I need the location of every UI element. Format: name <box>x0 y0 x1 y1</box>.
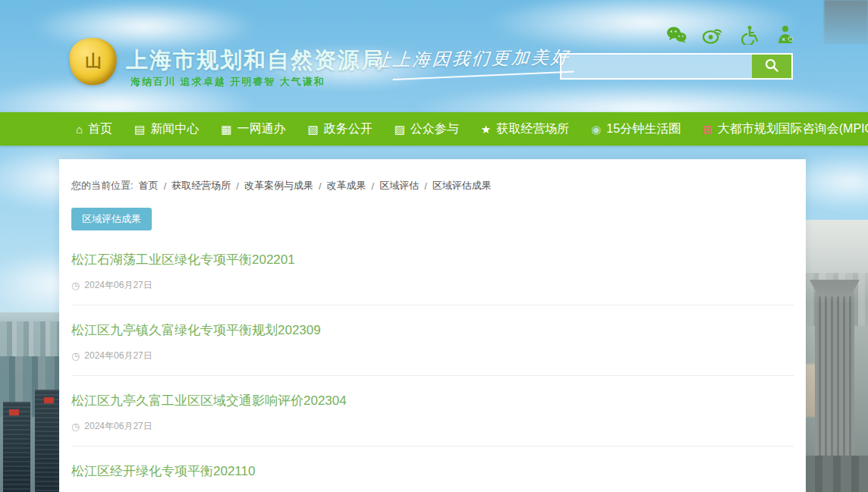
article-date: 2024年06月27日 <box>84 349 152 362</box>
nav-item-6[interactable]: ★获取经营场所 <box>481 121 569 137</box>
clock-icon: ◷ <box>71 280 80 290</box>
article-item-3: 松江区九亭久富工业区区域交通影响评价202304◷2024年06月27日 <box>71 376 794 447</box>
site-slogan: 让上海因我们更加美好 <box>372 45 571 73</box>
article-date: 2024年06月27日 <box>84 420 152 433</box>
clock-icon: ◷ <box>71 351 80 361</box>
nav-item-label: 公众参与 <box>410 121 459 137</box>
participation-icon: ▨ <box>395 124 405 135</box>
clock-icon: ◷ <box>71 421 80 431</box>
news-icon: ▤ <box>134 124 145 135</box>
svg-text:K: K <box>782 37 786 42</box>
article-meta: ◷2024年06月27日 <box>71 279 794 292</box>
article-title-link[interactable]: 松江石湖荡工业区绿化专项平衡202201 <box>71 251 794 268</box>
weibo-icon[interactable] <box>703 24 723 45</box>
logo-emblem: 山 <box>85 50 102 73</box>
nav-item-7[interactable]: ◉15分钟生活圈 <box>591 121 681 137</box>
main-nav: ⌂首页▤新闻中心▦一网通办▧政务公开▨公众参与★获取经营场所◉15分钟生活圈⊞大… <box>0 112 868 146</box>
accessibility-icon[interactable] <box>739 24 760 45</box>
site-logo[interactable]: 山 <box>68 36 119 87</box>
nav-item-label: 一网通办 <box>237 121 285 137</box>
senior-service-icon[interactable]: K <box>775 24 796 45</box>
nav-item-3[interactable]: ▦一网通办 <box>221 121 285 137</box>
breadcrumb-link-5[interactable]: 区域评估 <box>379 179 419 193</box>
search-input[interactable] <box>561 55 752 78</box>
nav-item-8[interactable]: ⊞大都市规划国际咨询会(MPIC) <box>703 121 868 137</box>
nav-item-2[interactable]: ▤新闻中心 <box>134 121 199 137</box>
content-panel: 您的当前位置: 首页/获取经营场所/改革案例与成果/改革成果/区域评估/区域评估… <box>59 159 806 492</box>
breadcrumb-link-3[interactable]: 改革案例与成果 <box>244 179 313 193</box>
mpic-seal-icon: ⊞ <box>703 124 712 135</box>
wechat-icon[interactable] <box>666 24 687 45</box>
social-icons: K <box>666 24 796 45</box>
search-icon <box>764 58 779 75</box>
nav-item-label: 获取经营场所 <box>496 121 569 137</box>
life-circle-icon: ◉ <box>591 124 601 135</box>
breadcrumb-separator: / <box>424 180 427 192</box>
nav-item-label: 大都市规划国际咨询会(MPIC) <box>718 121 868 137</box>
article-list: 松江石湖荡工业区绿化专项平衡202201◷2024年06月27日松江区九亭镇久富… <box>71 235 794 492</box>
nav-item-5[interactable]: ▨公众参与 <box>395 121 459 137</box>
site-header: 山 上海市规划和自然资源局 海纳百川 追求卓越 开明睿智 大气谦和 让上海因我们… <box>0 0 868 112</box>
breadcrumb-link-6[interactable]: 区域评估成果 <box>432 179 492 193</box>
article-date: 2024年06月27日 <box>84 279 152 292</box>
article-item-1: 松江石湖荡工业区绿化专项平衡202201◷2024年06月27日 <box>71 235 794 306</box>
star-icon: ★ <box>481 124 491 135</box>
breadcrumb-link-4[interactable]: 改革成果 <box>327 179 366 193</box>
nav-item-label: 政务公开 <box>324 121 373 137</box>
nav-item-label: 新闻中心 <box>150 121 199 137</box>
breadcrumb-separator: / <box>164 180 167 192</box>
breadcrumb-separator: / <box>236 180 239 192</box>
onestop-icon: ▦ <box>221 124 231 135</box>
home-icon: ⌂ <box>76 124 83 135</box>
article-item-4: 松江区经开绿化专项平衡202110◷2024年06月27日 <box>71 447 794 492</box>
site-title: 上海市规划和自然资源局 <box>126 45 385 76</box>
breadcrumb-separator: / <box>319 180 322 192</box>
site-subtitle: 海纳百川 追求卓越 开明睿智 大气谦和 <box>131 75 326 89</box>
article-meta: ◷2024年06月27日 <box>71 349 794 362</box>
breadcrumb-link-1[interactable]: 首页 <box>139 179 159 193</box>
category-tab[interactable]: 区域评估成果 <box>71 208 152 230</box>
article-title-link[interactable]: 松江区九亭久富工业区区域交通影响评价202304 <box>71 392 794 409</box>
article-title-link[interactable]: 松江区九亭镇久富绿化专项平衡规划202309 <box>71 321 794 339</box>
search-button[interactable] <box>752 55 791 78</box>
search-box <box>560 53 793 80</box>
breadcrumb-link-2[interactable]: 获取经营场所 <box>171 179 231 193</box>
nav-item-label: 首页 <box>88 121 112 137</box>
breadcrumb-prefix: 您的当前位置: <box>71 179 134 193</box>
article-title-link[interactable]: 松江区经开绿化专项平衡202110 <box>71 462 794 480</box>
gov-open-icon: ▧ <box>307 124 318 135</box>
nav-item-1[interactable]: ⌂首页 <box>76 121 112 137</box>
article-meta: ◷2024年06月27日 <box>71 420 794 433</box>
nav-item-label: 15分钟生活圈 <box>606 121 681 137</box>
nav-item-4[interactable]: ▧政务公开 <box>307 121 372 137</box>
breadcrumb-separator: / <box>372 180 375 192</box>
article-item-2: 松江区九亭镇久富绿化专项平衡规划202309◷2024年06月27日 <box>71 306 794 376</box>
breadcrumb: 您的当前位置: 首页/获取经营场所/改革案例与成果/改革成果/区域评估/区域评估… <box>71 179 794 193</box>
